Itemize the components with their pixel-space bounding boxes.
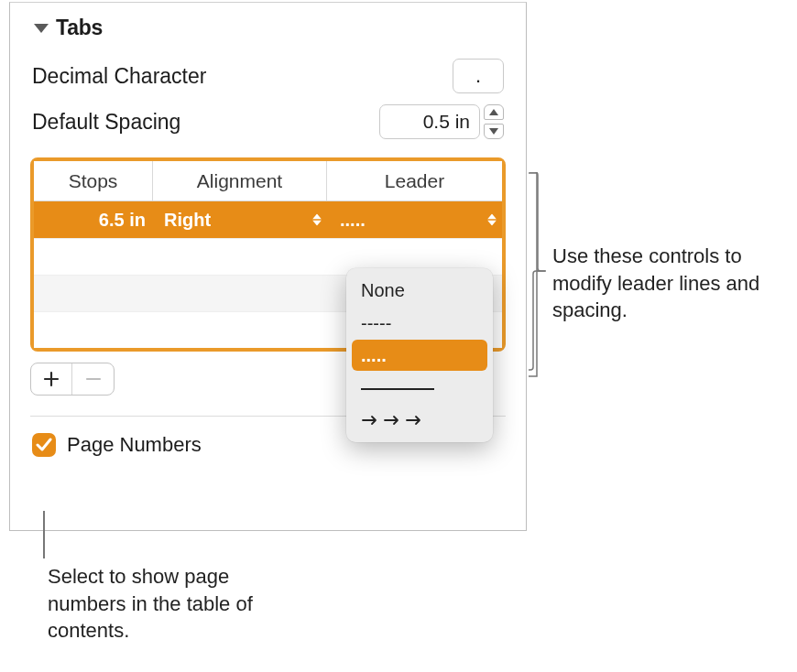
svg-marker-2 [489, 128, 498, 135]
remove-tabstop-button[interactable] [72, 363, 114, 395]
svg-marker-3 [312, 214, 322, 220]
leader-option-none[interactable]: None [346, 274, 493, 307]
column-header-stops[interactable]: Stops [34, 161, 153, 201]
column-header-leader[interactable]: Leader [327, 161, 502, 201]
decimal-character-row: Decimal Character . [30, 53, 506, 99]
svg-marker-4 [312, 221, 322, 226]
callout-leader: Use these controls to modify leader line… [552, 243, 786, 324]
chevron-down-icon [34, 23, 49, 34]
callout-page-numbers: Select to show page numbers in the table… [48, 563, 286, 645]
svg-marker-6 [487, 221, 497, 226]
decimal-character-input[interactable]: . [453, 59, 504, 93]
default-spacing-stepper [484, 104, 504, 139]
svg-marker-5 [487, 214, 497, 220]
tabs-panel: Tabs Decimal Character . Default Spacing… [9, 2, 527, 531]
default-spacing-row: Default Spacing 0.5 in [30, 99, 506, 145]
leader-option-underline[interactable] [346, 371, 493, 404]
add-remove-tabstop [30, 363, 115, 396]
section-title: Tabs [56, 16, 103, 40]
callout-leadline [43, 511, 45, 558]
leader-option-dashes[interactable]: ----- [346, 307, 493, 340]
svg-marker-1 [489, 109, 498, 115]
column-header-alignment[interactable]: Alignment [153, 161, 327, 201]
decimal-character-value: . [475, 64, 481, 88]
tab-leader-select[interactable]: ..... [327, 201, 502, 238]
updown-chevron-icon [312, 214, 322, 226]
svg-marker-0 [34, 24, 49, 33]
decimal-character-label: Decimal Character [32, 64, 206, 89]
page-numbers-label: Page Numbers [67, 433, 202, 457]
tab-stop-value[interactable]: 6.5 in [34, 201, 153, 238]
tabs-section-header[interactable]: Tabs [30, 14, 506, 53]
stepper-up-button[interactable] [484, 104, 504, 120]
leader-option-arrows[interactable] [346, 404, 493, 437]
default-spacing-input[interactable]: 0.5 in [379, 104, 480, 139]
add-tabstop-button[interactable] [31, 363, 72, 395]
default-spacing-label: Default Spacing [32, 110, 180, 135]
checkmark-icon [36, 438, 52, 452]
callout-bracket-icon [528, 172, 548, 377]
stepper-down-button[interactable] [484, 124, 504, 139]
leader-option-dots[interactable]: ..... [352, 340, 487, 371]
default-spacing-value: 0.5 in [423, 111, 470, 133]
updown-chevron-icon [487, 214, 497, 226]
tab-stop-row[interactable]: 6.5 in Right ..... [34, 201, 502, 238]
tab-leader-value: ..... [340, 210, 366, 231]
tab-alignment-value: Right [164, 210, 211, 231]
leader-dropdown-menu: None ----- ..... [346, 268, 493, 442]
tab-alignment-select[interactable]: Right [153, 201, 327, 238]
page-numbers-checkbox[interactable] [32, 433, 56, 457]
tab-stops-header: Stops Alignment Leader [34, 161, 502, 201]
